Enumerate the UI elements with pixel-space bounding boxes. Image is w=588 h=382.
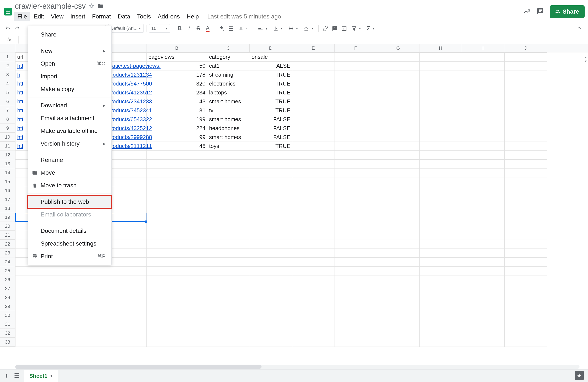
row-header[interactable]: 7 xyxy=(0,106,15,115)
file-menu-make-copy[interactable]: Make a copy xyxy=(28,83,111,96)
cell[interactable] xyxy=(292,320,335,329)
cell[interactable] xyxy=(292,231,335,240)
column-header[interactable]: D xyxy=(250,44,292,52)
cell[interactable] xyxy=(292,266,335,276)
add-sheet-button[interactable]: ＋ xyxy=(3,371,10,380)
row-header[interactable]: 30 xyxy=(0,311,15,320)
cell[interactable] xyxy=(292,70,335,79)
row-header[interactable]: 19 xyxy=(0,213,15,222)
cell[interactable] xyxy=(420,124,462,133)
cell[interactable] xyxy=(292,249,335,258)
cell[interactable] xyxy=(462,168,504,177)
cell[interactable] xyxy=(335,160,377,168)
cell[interactable] xyxy=(250,338,292,347)
cell[interactable] xyxy=(292,168,335,177)
cell[interactable] xyxy=(462,204,504,213)
cell[interactable] xyxy=(377,61,420,70)
cell[interactable]: cat1 xyxy=(207,61,250,70)
cell[interactable] xyxy=(292,195,335,204)
row-header[interactable]: 14 xyxy=(0,168,15,177)
cell[interactable] xyxy=(377,240,420,249)
cell[interactable] xyxy=(377,204,420,213)
column-header[interactable]: B xyxy=(147,44,207,52)
doc-title[interactable]: crawler-example-csv xyxy=(15,2,86,11)
cell[interactable] xyxy=(335,329,377,338)
cell[interactable] xyxy=(420,168,462,177)
cell[interactable] xyxy=(377,249,420,258)
cell[interactable]: TRUE xyxy=(250,88,292,97)
cell[interactable]: TRUE xyxy=(250,79,292,88)
cell[interactable] xyxy=(504,338,547,347)
cell[interactable] xyxy=(377,311,420,320)
cell[interactable] xyxy=(504,320,547,329)
horizontal-align-button[interactable]: ▼ xyxy=(255,24,270,33)
sheets-logo[interactable] xyxy=(2,4,14,19)
cell[interactable] xyxy=(462,293,504,302)
cell[interactable] xyxy=(377,97,420,106)
cell[interactable] xyxy=(292,97,335,106)
sheet-tab[interactable]: Sheet1▼ xyxy=(24,370,58,382)
cell[interactable] xyxy=(377,88,420,97)
cell[interactable] xyxy=(250,320,292,329)
cell[interactable] xyxy=(250,284,292,293)
cell[interactable] xyxy=(420,151,462,160)
cell[interactable] xyxy=(504,168,547,177)
insert-link-button[interactable] xyxy=(321,24,330,33)
cell[interactable] xyxy=(250,204,292,213)
column-header[interactable]: I xyxy=(462,44,504,52)
cell[interactable] xyxy=(504,115,547,124)
menu-format[interactable]: Format xyxy=(89,12,114,21)
cell[interactable] xyxy=(462,311,504,320)
cell[interactable] xyxy=(420,88,462,97)
vertical-scroll-arrows[interactable]: ▴▾ xyxy=(585,55,587,63)
column-header[interactable]: G xyxy=(377,44,420,52)
column-header[interactable]: E xyxy=(292,44,335,52)
cell[interactable] xyxy=(420,320,462,329)
cell[interactable]: 199 xyxy=(147,115,207,124)
file-menu-rename[interactable]: Rename xyxy=(28,154,111,166)
cell[interactable] xyxy=(420,106,462,115)
cell[interactable] xyxy=(462,320,504,329)
collapse-toolbar-button[interactable] xyxy=(577,25,586,32)
cell[interactable] xyxy=(147,186,207,195)
cell[interactable] xyxy=(147,231,207,240)
cell[interactable] xyxy=(335,53,377,61)
cell[interactable] xyxy=(147,222,207,231)
cell[interactable] xyxy=(292,133,335,142)
merge-cells-button[interactable]: ▼ xyxy=(236,24,251,33)
borders-button[interactable] xyxy=(227,24,235,33)
cell[interactable] xyxy=(207,320,250,329)
cell[interactable] xyxy=(147,160,207,168)
undo-button[interactable] xyxy=(3,24,12,33)
cell[interactable] xyxy=(377,160,420,168)
cell[interactable] xyxy=(462,106,504,115)
column-header[interactable]: H xyxy=(420,44,462,52)
cell[interactable] xyxy=(292,177,335,186)
cell[interactable] xyxy=(377,124,420,133)
cell[interactable] xyxy=(462,231,504,240)
cell[interactable] xyxy=(504,222,547,231)
filter-button[interactable]: ▼ xyxy=(349,24,364,33)
cell[interactable] xyxy=(504,106,547,115)
cell[interactable] xyxy=(377,106,420,115)
cell[interactable] xyxy=(250,276,292,284)
cell[interactable] xyxy=(420,133,462,142)
cell[interactable] xyxy=(250,222,292,231)
cell[interactable] xyxy=(377,177,420,186)
cell[interactable] xyxy=(420,302,462,311)
file-menu-move[interactable]: Move xyxy=(28,166,111,179)
cell[interactable] xyxy=(292,61,335,70)
row-header[interactable]: 32 xyxy=(0,329,15,338)
insert-chart-button[interactable] xyxy=(340,24,348,33)
cell[interactable] xyxy=(250,302,292,311)
row-header[interactable]: 10 xyxy=(0,133,15,141)
redo-button[interactable] xyxy=(13,24,21,33)
cell[interactable] xyxy=(335,266,377,276)
cell[interactable] xyxy=(504,258,547,266)
cell[interactable] xyxy=(207,249,250,258)
all-sheets-button[interactable]: ☰ xyxy=(14,372,20,380)
cell[interactable] xyxy=(504,204,547,213)
cell[interactable] xyxy=(207,266,250,276)
cell[interactable] xyxy=(335,222,377,231)
cell[interactable] xyxy=(504,213,547,222)
